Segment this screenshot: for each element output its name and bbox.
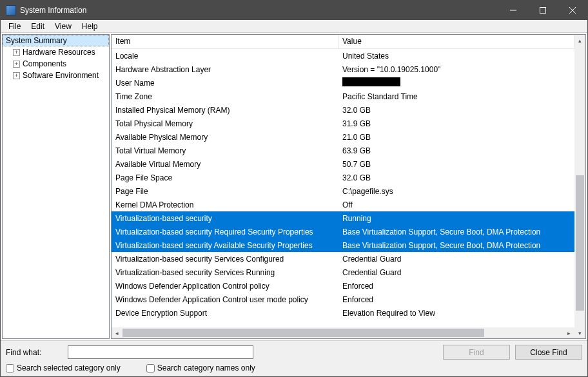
list-row[interactable]: Windows Defender Application Control pol… [112,279,574,293]
expand-icon[interactable]: + [13,49,20,56]
menu-view[interactable]: View [50,21,77,32]
tree-item-software-environment[interactable]: + Software Environment [3,70,109,81]
expand-icon[interactable]: + [13,61,20,68]
cell-value: 21.0 GB [338,133,574,142]
search-selected-category-checkbox[interactable]: Search selected category only [6,363,121,372]
find-input[interactable] [68,345,253,359]
minimize-button[interactable] [498,1,528,20]
cell-value: Credential Guard [338,255,574,264]
find-button[interactable]: Find [443,345,510,360]
vscroll-track[interactable] [574,46,585,327]
list-row[interactable]: Kernel DMA ProtectionOff [112,198,574,211]
cell-value: 50.7 GB [338,160,574,169]
column-header-item[interactable]: Item [112,35,338,48]
list-row[interactable]: Page File Space32.0 GB [112,171,574,184]
cell-value: Base Virtualization Support, Secure Boot… [338,241,574,250]
list-row[interactable]: Time ZonePacific Standard Time [112,90,574,103]
scroll-down-icon[interactable]: ▾ [574,327,585,338]
titlebar[interactable]: System Information [1,1,587,20]
checkbox-icon[interactable] [6,364,14,372]
tree-item-label: Hardware Resources [23,48,95,57]
category-tree[interactable]: System Summary + Hardware Resources + Co… [2,34,110,339]
cell-value: United States [338,52,574,61]
list-row[interactable]: Virtualization-based security Services R… [112,266,574,279]
list-row[interactable]: Hardware Abstraction LayerVersion = "10.… [112,63,574,76]
menubar: File Edit View Help [1,20,587,33]
cell-value: Elevation Required to View [338,309,574,318]
cell-value: C:\pagefile.sys [338,187,574,196]
main-area: System Summary + Hardware Resources + Co… [1,33,587,340]
list-row[interactable]: Page FileC:\pagefile.sys [112,184,574,198]
scroll-right-icon[interactable]: ▸ [564,327,574,338]
vscroll-thumb[interactable] [576,175,584,311]
menu-file[interactable]: File [3,21,26,32]
cell-value: 32.0 GB [338,173,574,182]
vertical-scrollbar[interactable]: ▴ ▾ [574,35,585,338]
cell-item: Hardware Abstraction Layer [112,65,338,74]
app-window: System Information File Edit View Help S… [0,0,588,377]
checkbox-icon[interactable] [146,364,155,372]
scroll-left-icon[interactable]: ◂ [112,327,122,338]
list-row[interactable]: Virtualization-based security Required S… [112,225,574,238]
close-find-button[interactable]: Close Find [515,345,582,360]
list-row[interactable]: User Name [112,76,574,90]
cell-item: Virtualization-based security [112,214,338,223]
cell-item: Windows Defender Application Control use… [112,295,338,304]
list-row[interactable]: LocaleUnited States [112,49,574,63]
app-icon [6,5,16,15]
cell-item: Virtualization-based security Services C… [112,255,338,264]
find-bar: Find what: Find Close Find Search select… [1,340,587,376]
hscroll-thumb[interactable] [122,329,484,337]
menu-edit[interactable]: Edit [26,21,50,32]
svg-rect-1 [540,8,546,14]
column-header-value[interactable]: Value [338,35,574,48]
list-row[interactable]: Windows Defender Application Control use… [112,293,574,306]
window-title: System Information [20,6,498,15]
list-row[interactable]: Virtualization-based security Available … [112,238,574,252]
tree-item-label: Components [23,59,66,68]
cell-item: Windows Defender Application Control pol… [112,282,338,291]
horizontal-scrollbar[interactable]: ◂ ▸ [112,327,574,338]
list-row[interactable]: Virtualization-based security Services C… [112,252,574,266]
hscroll-track[interactable] [122,327,564,338]
list-row[interactable]: Total Physical Memory31.9 GB [112,117,574,130]
maximize-button[interactable] [528,1,558,20]
list-row[interactable]: Available Virtual Memory50.7 GB [112,157,574,171]
find-label: Find what: [6,348,63,357]
tree-root-label: System Summary [6,36,67,45]
list-row[interactable]: Total Virtual Memory63.9 GB [112,144,574,157]
tree-root-system-summary[interactable]: System Summary [3,35,109,46]
cell-value [338,77,574,88]
scroll-up-icon[interactable]: ▴ [574,35,585,46]
cell-item: Total Virtual Memory [112,146,338,155]
window-controls [498,1,587,20]
list-header: Item Value [112,35,574,49]
cell-value: 63.9 GB [338,146,574,155]
search-category-names-checkbox[interactable]: Search category names only [146,363,255,372]
cell-item: Available Physical Memory [112,133,338,142]
cell-item: Available Virtual Memory [112,160,338,169]
tree-item-hardware-resources[interactable]: + Hardware Resources [3,46,109,58]
cell-item: Virtualization-based security Services R… [112,268,338,277]
cell-value: Enforced [338,295,574,304]
list-row[interactable]: Installed Physical Memory (RAM)32.0 GB [112,103,574,117]
cell-item: Installed Physical Memory (RAM) [112,106,338,115]
close-button[interactable] [558,1,587,20]
cell-value: Enforced [338,282,574,291]
expand-icon[interactable]: + [13,72,20,79]
cell-item: User Name [112,79,338,88]
list-body[interactable]: LocaleUnited StatesHardware Abstraction … [112,49,574,327]
cell-item: Virtualization-based security Available … [112,241,338,250]
cell-value: Running [338,214,574,223]
list-row[interactable]: Available Physical Memory21.0 GB [112,130,574,144]
cell-item: Page File [112,187,338,196]
tree-item-components[interactable]: + Components [3,58,109,70]
cell-item: Time Zone [112,92,338,101]
cell-item: Page File Space [112,173,338,182]
menu-help[interactable]: Help [77,21,103,32]
details-list: Item Value LocaleUnited StatesHardware A… [111,34,586,339]
cell-value: Base Virtualization Support, Secure Boot… [338,227,574,237]
list-row[interactable]: Device Encryption SupportElevation Requi… [112,306,574,320]
list-row[interactable]: Virtualization-based securityRunning [112,211,574,225]
redacted-value [342,77,400,86]
